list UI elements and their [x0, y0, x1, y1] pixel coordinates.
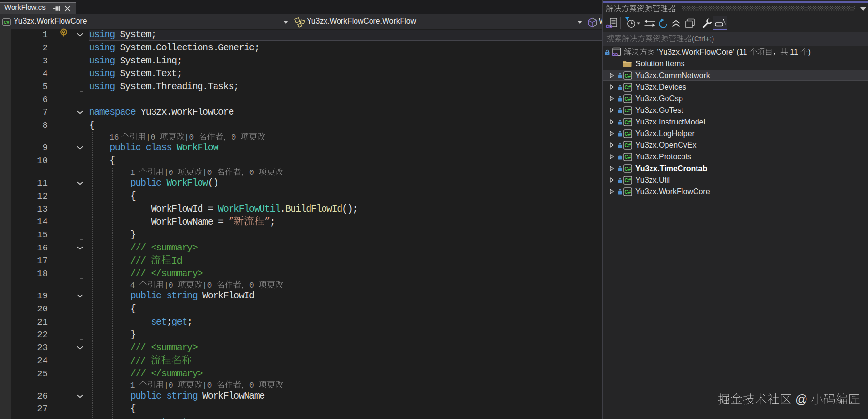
- svg-text:C#: C#: [625, 155, 631, 160]
- svg-text:C#: C#: [625, 131, 631, 137]
- svg-text:C#: C#: [625, 73, 631, 78]
- svg-text:C#: C#: [625, 178, 631, 183]
- svg-text:C#: C#: [625, 85, 631, 90]
- svg-text:C#: C#: [625, 143, 631, 148]
- svg-text:C#: C#: [625, 166, 631, 171]
- svg-text:C#: C#: [625, 108, 631, 113]
- svg-text:C#: C#: [625, 120, 631, 125]
- svg-text:∞: ∞: [606, 20, 613, 31]
- svg-text:C#: C#: [625, 96, 631, 102]
- svg-text:∞: ∞: [612, 49, 618, 59]
- svg-text:C#: C#: [625, 189, 631, 195]
- svg-text:C#: C#: [4, 20, 9, 25]
